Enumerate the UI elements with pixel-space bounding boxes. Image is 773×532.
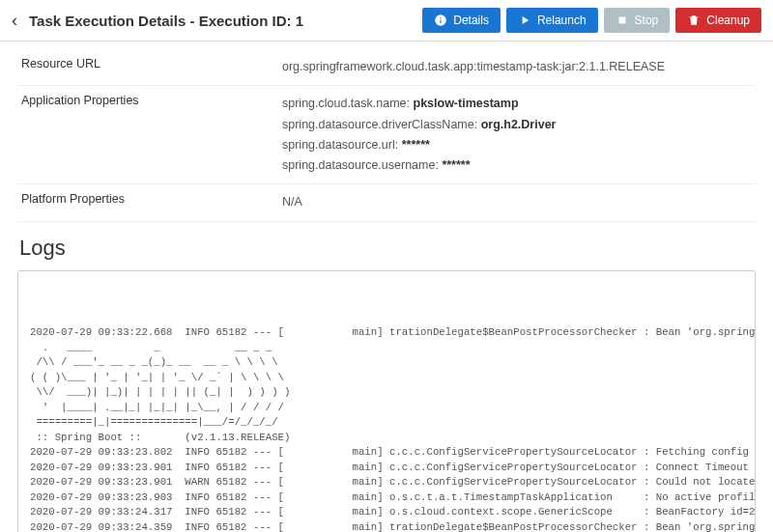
log-line: ( ( )\___ | '_ | '_| | '_ \/ _` | \ \ \ …: [30, 371, 743, 386]
log-line: \\/ ___)| |_)| | | | | || (_| | ) ) ) ): [30, 385, 743, 401]
info-icon: [434, 14, 447, 27]
details-button[interactable]: Details: [422, 8, 501, 33]
app-props-label: Application Properties: [17, 86, 278, 184]
title-prefix: Task Execution Details -: [29, 13, 199, 29]
play-icon: [518, 14, 531, 27]
app-prop-line: spring.datasource.username: ******: [282, 155, 752, 176]
details-label: Details: [453, 14, 489, 27]
content-area: Resource URL org.springframework.cloud.t…: [0, 42, 773, 532]
log-line: . ____ _ __ _ _: [30, 341, 743, 356]
log-line: 2020-07-29 09:33:23.802 INFO 65182 --- […: [30, 445, 743, 461]
app-prop-line: spring.datasource.driverClassName: org.h…: [282, 115, 752, 135]
properties-table: Resource URL org.springframework.cloud.t…: [17, 49, 756, 222]
log-line: 2020-07-29 09:33:24.317 INFO 65182 --- […: [30, 505, 743, 520]
app-props-values: spring.cloud.task.name: pkslow-timestamp…: [278, 86, 756, 184]
log-line: /\\ / ___'_ __ _ _(_)_ __ __ _ \ \ \ \: [30, 355, 743, 371]
resource-url-label: Resource URL: [17, 49, 278, 86]
logs-heading: Logs: [19, 236, 756, 261]
log-line: :: Spring Boot :: (v2.1.13.RELEASE): [30, 431, 743, 446]
log-line: 2020-07-29 09:33:23.903 INFO 65182 --- […: [30, 490, 743, 506]
trash-icon: [687, 14, 701, 27]
page-header: ‹ Task Execution Details - Execution ID:…: [0, 0, 773, 42]
stop-label: Stop: [635, 14, 659, 27]
app-prop-line: spring.cloud.task.name: pkslow-timestamp: [282, 94, 752, 114]
back-chevron-icon[interactable]: ‹: [12, 11, 23, 31]
row-platform-props: Platform Properties N/A: [17, 184, 756, 221]
cleanup-button[interactable]: Cleanup: [675, 8, 761, 33]
cleanup-label: Cleanup: [706, 14, 750, 27]
stop-button: Stop: [604, 8, 671, 33]
page-title: Task Execution Details - Execution ID: 1: [29, 13, 303, 29]
log-line: ' |____| .__|_| |_|_| |_\__, | / / / /: [30, 401, 743, 416]
log-line: 2020-07-29 09:33:22.668 INFO 65182 --- […: [30, 325, 743, 341]
relaunch-label: Relaunch: [537, 14, 587, 27]
platform-props-label: Platform Properties: [17, 184, 278, 221]
relaunch-button[interactable]: Relaunch: [506, 8, 598, 33]
log-line: 2020-07-29 09:33:23.901 INFO 65182 --- […: [30, 461, 743, 476]
row-resource-url: Resource URL org.springframework.cloud.t…: [17, 49, 756, 86]
log-line: 2020-07-29 09:33:24.359 INFO 65182 --- […: [30, 520, 743, 532]
resource-url-value: org.springframework.cloud.task.app:times…: [282, 57, 752, 77]
log-line: =========|_|==============|___/=/_/_/_/: [30, 415, 743, 431]
app-prop-line: spring.datasource.url: ******: [282, 135, 752, 155]
row-app-props: Application Properties spring.cloud.task…: [17, 86, 756, 184]
platform-props-value: N/A: [282, 192, 752, 212]
stop-icon: [616, 14, 629, 27]
logs-box[interactable]: 2020-07-29 09:33:22.668 INFO 65182 --- […: [17, 270, 756, 533]
execution-id: Execution ID: 1: [199, 13, 303, 29]
log-line: 2020-07-29 09:33:23.901 WARN 65182 --- […: [30, 475, 743, 490]
